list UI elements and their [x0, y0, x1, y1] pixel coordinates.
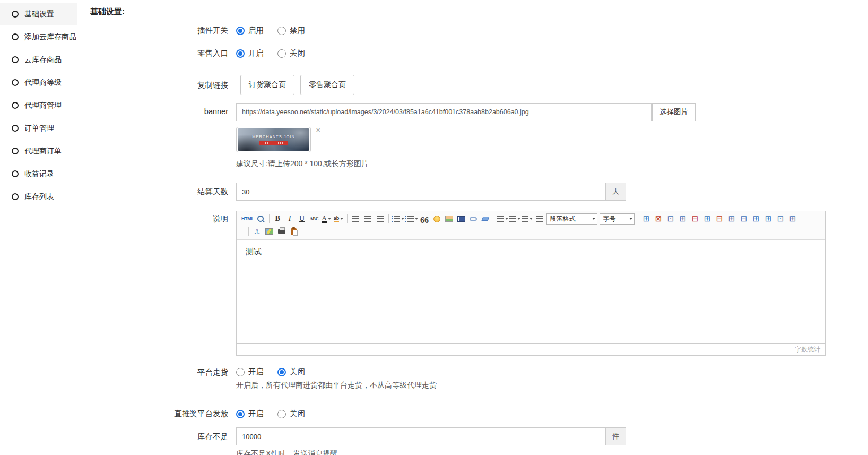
radio-unchecked-icon — [277, 49, 286, 58]
sidebar-item-order-management[interactable]: 订单管理 — [0, 117, 77, 140]
sidebar-item-agent-management[interactable]: 代理商管理 — [0, 94, 77, 117]
radio-unchecked-icon — [277, 27, 286, 35]
field-label: banner — [78, 103, 228, 116]
align-right-icon[interactable] — [375, 213, 386, 225]
sidebar-item-income-records[interactable]: 收益记录 — [0, 162, 77, 185]
font-color-icon[interactable]: A — [321, 213, 332, 225]
line-height-icon[interactable] — [497, 213, 508, 225]
settings-panel: 基础设置: 插件开关 启用 禁用 零售入口 开启 关闭 — [78, 0, 868, 455]
field-label: 插件开关 — [78, 25, 228, 36]
settle-days-input[interactable] — [236, 183, 606, 201]
retail-entry-close-option[interactable]: 关闭 — [277, 48, 305, 58]
insert-link-icon[interactable] — [468, 213, 479, 225]
remove-format-icon[interactable] — [480, 213, 491, 225]
settle-days-input-group: 天 — [236, 183, 626, 201]
sidebar-item-agent-orders[interactable]: 代理商订单 — [0, 140, 77, 162]
col-delete-icon[interactable]: ⊟ — [714, 213, 725, 225]
editor-toolbar-row-2: ⚓ — [241, 225, 823, 238]
platform-ship-close-option[interactable]: 关闭 — [277, 367, 305, 377]
cell-split-row-icon[interactable]: ⊟ — [739, 213, 750, 225]
platform-ship-open-option[interactable]: 开启 — [236, 367, 264, 377]
highlight-icon[interactable]: ab — [333, 213, 344, 225]
platform-ship-hint: 开启后，所有代理商进货都由平台走货，不从高等级代理走货 — [236, 381, 437, 390]
insert-image-icon[interactable] — [444, 213, 455, 225]
retail-entry-open-option[interactable]: 开启 — [236, 48, 264, 58]
blockquote-icon[interactable]: 66 — [419, 212, 430, 226]
paragraph-format-select[interactable]: 段落格式 — [546, 213, 597, 225]
field-label: 结算天数 — [78, 183, 228, 197]
low-stock-input[interactable] — [236, 427, 606, 445]
cell-split-col-icon[interactable]: ⊞ — [751, 213, 762, 225]
row-settle-days: 结算天数 天 — [78, 183, 868, 201]
field-label: 平台走货 — [78, 367, 228, 377]
paste-icon[interactable] — [288, 226, 299, 237]
table-delete-icon[interactable]: ⊠ — [653, 213, 664, 225]
table-full-icon[interactable]: ⊞ — [787, 213, 798, 225]
plugin-switch-radio-group: 启用 禁用 — [236, 25, 305, 36]
underline-icon[interactable]: U — [297, 213, 308, 225]
print-icon[interactable] — [276, 226, 287, 237]
circle-icon — [12, 170, 19, 177]
banner-thumbnail[interactable]: MERCHANTS JOIN — [236, 127, 311, 152]
field-label: 复制链接 — [78, 80, 228, 90]
bold-icon[interactable]: B — [272, 213, 283, 225]
indent-icon[interactable] — [534, 213, 545, 225]
vertical-align-icon[interactable] — [509, 213, 520, 225]
direct-reward-open-option[interactable]: 开启 — [236, 409, 264, 419]
paragraph-spacing-icon[interactable] — [522, 213, 533, 225]
font-size-select[interactable]: 字号 — [600, 213, 635, 225]
row-delete-icon[interactable]: ⊟ — [690, 213, 701, 225]
preview-icon[interactable] — [255, 213, 266, 225]
col-insert-left-icon[interactable]: ⊞ — [702, 213, 713, 225]
sidebar-item-cloud-stock-goods[interactable]: 云库存商品 — [0, 48, 77, 71]
editor-status-bar: 字数统计 — [237, 343, 825, 355]
remove-image-icon[interactable]: ✕ — [316, 127, 320, 133]
sidebar-item-label: 代理商等级 — [24, 78, 62, 88]
sidebar-item-stock-list[interactable]: 库存列表 — [0, 185, 77, 208]
row-retail-entry: 零售入口 开启 关闭 — [78, 48, 868, 58]
choose-image-button[interactable]: 选择图片 — [652, 103, 696, 121]
row-description: 说明 HTML B I U ABC A ab — [78, 211, 868, 356]
sidebar-item-label: 添加云库存商品 — [24, 32, 76, 42]
plugin-switch-disable-option[interactable]: 禁用 — [277, 25, 305, 36]
retail-aggregate-page-button[interactable]: 零售聚合页 — [300, 75, 354, 95]
editor-content-area[interactable]: 测试 — [237, 240, 825, 343]
italic-icon[interactable]: I — [284, 213, 296, 225]
banner-input-group: 选择图片 — [236, 103, 696, 121]
retail-entry-radio-group: 开启 关闭 — [236, 48, 305, 58]
circle-icon — [12, 148, 19, 154]
html-source-icon[interactable]: HTML — [241, 213, 254, 225]
banner-url-input[interactable] — [236, 103, 652, 121]
map-image-icon[interactable] — [264, 226, 275, 237]
align-center-icon[interactable] — [362, 213, 374, 225]
direct-reward-close-option[interactable]: 关闭 — [277, 409, 305, 419]
sidebar-item-basic-settings[interactable]: 基础设置 — [0, 3, 77, 25]
sidebar-item-label: 订单管理 — [24, 124, 54, 133]
sidebar-item-agent-level[interactable]: 代理商等级 — [0, 71, 77, 94]
unordered-list-icon[interactable] — [405, 213, 418, 225]
separator — [269, 214, 270, 223]
banner-thumb-wrap: MERCHANTS JOIN ✕ — [236, 127, 320, 152]
platform-ship-control: 开启 关闭 开启后，所有代理商进货都由平台走货，不从高等级代理走货 — [236, 367, 437, 390]
field-label: 零售入口 — [78, 48, 228, 58]
low-stock-hint: 库存不足X件时，发送消息提醒 — [236, 449, 626, 455]
insert-media-icon[interactable] — [456, 213, 467, 225]
row-copy-link: 复制链接 订货聚合页 零售聚合页 — [78, 75, 868, 95]
table-insert-icon[interactable]: ⊞ — [641, 213, 652, 225]
sidebar-item-add-cloud-stock-goods[interactable]: 添加云库存商品 — [0, 25, 77, 48]
ordered-list-icon[interactable] — [392, 213, 404, 225]
row-insert-above-icon[interactable]: ⊞ — [678, 213, 689, 225]
order-aggregate-page-button[interactable]: 订货聚合页 — [240, 75, 294, 95]
copy-link-buttons: 订货聚合页 零售聚合页 — [240, 75, 354, 95]
table-prop-icon[interactable]: ⊡ — [665, 213, 676, 225]
anchor-icon[interactable]: ⚓ — [251, 226, 263, 237]
sidebar-item-label: 代理商管理 — [24, 101, 62, 110]
align-left-icon[interactable] — [350, 213, 361, 225]
row-low-stock: 库存不足 件 库存不足X件时，发送消息提醒 — [78, 427, 868, 455]
cell-merge-icon[interactable]: ⊞ — [726, 213, 737, 225]
plugin-switch-enable-option[interactable]: 启用 — [236, 25, 264, 36]
table-header-icon[interactable]: ⊞ — [763, 213, 774, 225]
strikethrough-icon[interactable]: ABC — [309, 213, 320, 225]
cell-prop-icon[interactable]: ⊡ — [775, 213, 786, 225]
emoticon-icon[interactable] — [431, 213, 442, 225]
